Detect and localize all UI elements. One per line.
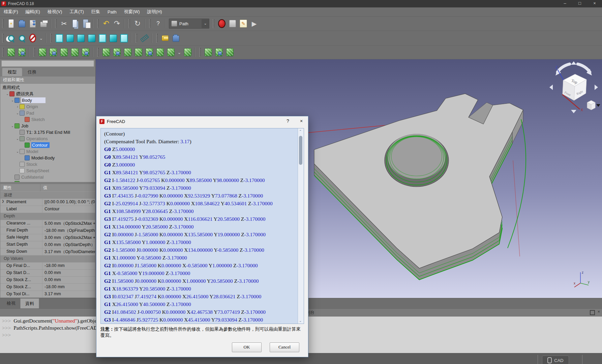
dialog-close-icon[interactable]: × <box>295 116 308 127</box>
save-file-icon[interactable] <box>28 19 37 28</box>
gcode-line[interactable]: G3 I7.434135 J-0.027990 K0.000000 X92.53… <box>104 193 296 201</box>
nav-right-arrow[interactable] <box>595 85 598 90</box>
print-icon[interactable] <box>39 19 48 28</box>
tree-item-Pad[interactable]: ⌄Pad <box>0 110 95 116</box>
toolbar-grip[interactable] <box>156 34 158 42</box>
macro-record-icon[interactable] <box>217 19 227 28</box>
expander-closed-icon[interactable]: › <box>16 105 20 109</box>
menu-視窗W[interactable]: 視窗(W) <box>120 8 144 16</box>
view-rear-icon[interactable] <box>98 33 107 43</box>
gcode-line[interactable]: G2 I-1.585000 J0.000000 K0.000000 X134.0… <box>104 247 296 255</box>
tree-item-CutMaterial[interactable]: CutMaterial <box>0 174 95 180</box>
menu-Path[interactable]: Path <box>104 8 120 16</box>
path-selection-op-icon[interactable] <box>225 48 235 57</box>
prop-row-Op-Final-D-[interactable]: Op Final D...-18.00 mm <box>0 262 95 269</box>
console-float-icon[interactable] <box>590 310 595 315</box>
path-export-template-icon[interactable] <box>70 48 80 57</box>
gcode-line[interactable]: G1 X89.584121 Y98.052765 Z-3.170000 <box>104 170 296 177</box>
navigation-style-button[interactable]: CAD <box>542 356 569 364</box>
gcode-line[interactable]: G2 I0.000000 J1.585000 K0.000000 X-0.585… <box>104 263 296 270</box>
copy-icon[interactable] <box>70 19 80 28</box>
gcode-line[interactable]: G2 I0.000000 J-1.585000 K0.000000 X135.5… <box>104 232 296 239</box>
nav-up-arrow[interactable] <box>571 61 576 65</box>
expander-open-icon[interactable]: ⌄ <box>10 124 14 128</box>
gcode-line[interactable]: G1 X18.963379 Y20.585000 Z-3.170000 <box>104 286 296 294</box>
prop-row-Start-Depth[interactable]: Start Depth0.00 mm（OpStartDepth） <box>0 241 95 248</box>
scrollbar-thumb[interactable] <box>299 136 302 165</box>
expand-icon[interactable]: ❯ <box>2 200 4 203</box>
toolbar-grip[interactable] <box>97 48 99 57</box>
nav-left-arrow[interactable] <box>549 85 553 90</box>
view-top-icon[interactable] <box>76 33 86 43</box>
path-face-mill-icon[interactable] <box>155 48 165 57</box>
toolbar-grip[interactable] <box>97 19 99 28</box>
path-pocket-icon[interactable] <box>134 48 143 57</box>
scroll-up-arrow[interactable]: ⌃ <box>299 129 302 133</box>
gcode-line[interactable]: G0 Z5.000000 <box>104 146 296 154</box>
navigation-cube[interactable]: Z X Top Front Right <box>547 59 600 116</box>
tree-item-selection[interactable]: selection <box>0 180 95 182</box>
view-bottom-icon[interactable] <box>109 33 118 43</box>
path-job-icon[interactable] <box>6 48 16 57</box>
gcode-line[interactable]: G3 I-4.486846 J5.927725 K0.000000 X45.41… <box>104 317 296 324</box>
tree-item-Sketch[interactable]: Sketch <box>0 116 95 123</box>
tree-item-Contour[interactable]: Contour <box>0 142 95 148</box>
chevron-down-icon[interactable]: ⌄ <box>202 19 209 28</box>
path-tool-manager-icon[interactable] <box>59 48 69 57</box>
path-contour-icon[interactable] <box>101 48 111 57</box>
path-clipboard-icon[interactable] <box>81 48 90 57</box>
close-button[interactable]: × <box>587 0 602 7</box>
path-simulate-icon[interactable] <box>214 48 224 57</box>
tree-item-鑽頭夾具[interactable]: ⌄鑽頭夾具 <box>0 91 95 97</box>
tree-item-Body[interactable]: ⌄Body <box>0 97 95 103</box>
gcode-line[interactable]: G1 X89.585000 Y79.033094 Z-3.170000 <box>104 185 296 193</box>
paste-icon[interactable] <box>81 19 90 28</box>
toolbar-grip[interactable] <box>149 19 151 28</box>
prop-row-Step-Down[interactable]: Step Down3.17 mm（OpToolDiameter） <box>0 248 95 255</box>
maximize-button[interactable]: □ <box>572 0 587 7</box>
macro-play-icon[interactable]: ▶ <box>249 19 259 28</box>
dialog-title-bar[interactable]: F FreeCAD ? × <box>96 116 308 127</box>
console-close-icon[interactable]: × <box>598 309 600 315</box>
tree-item-Stock[interactable]: Stock <box>0 161 95 168</box>
redo-icon[interactable]: ↷ <box>112 19 122 28</box>
cut-icon[interactable]: ✂ <box>59 19 69 28</box>
expander-open-icon[interactable]: ⌄ <box>16 111 20 115</box>
dialog-help-button[interactable]: ? <box>281 116 295 127</box>
dropdown-chevron-icon[interactable]: ⌄ <box>39 33 43 43</box>
undo-icon[interactable]: ↶ <box>101 19 111 28</box>
prop-row-Label[interactable]: LabelContour <box>0 206 95 213</box>
prop-row-Op-Stock-Z-[interactable]: Op Stock Z...0.00 mm <box>0 276 95 283</box>
whats-this-icon[interactable]: ? <box>153 19 163 28</box>
path-inspect-gcode-icon[interactable] <box>38 48 47 57</box>
toolbar-grip[interactable] <box>55 19 57 28</box>
view-left-icon[interactable] <box>119 33 129 43</box>
tree-item-Job[interactable]: ⌄Job <box>0 123 95 129</box>
tree-item-SetupSheet[interactable]: SetupSheet <box>0 168 95 174</box>
tab-模型[interactable]: 模型 <box>2 68 22 76</box>
zoom-selection-icon[interactable] <box>17 33 27 43</box>
prop-row-Final-Depth[interactable]: Final Depth-18.00 mm（OpFinalDepth） <box>0 227 95 234</box>
menu-巨集[interactable]: 巨集 <box>88 8 104 16</box>
gcode-line[interactable]: G0 X89.584121 Y98.052765 <box>104 154 296 162</box>
menu-說明H[interactable]: 說明(H) <box>144 8 166 16</box>
prop-row-Op-Start-D-[interactable]: Op Start D...0.00 mm <box>0 269 95 276</box>
clip-plane-icon[interactable] <box>28 33 37 43</box>
gcode-line[interactable]: G2 I1.585000 J0.000000 K0.000000 X1.0000… <box>104 278 296 286</box>
gcode-line[interactable]: G0 Z3.000000 <box>104 162 296 170</box>
minimize-button[interactable]: – <box>558 0 572 7</box>
scroll-down-arrow[interactable]: ⌄ <box>299 319 302 323</box>
path-profile-faces-icon[interactable] <box>112 48 122 57</box>
path-deburr-icon[interactable] <box>183 48 192 57</box>
path-post-process-icon[interactable] <box>17 48 27 57</box>
path-helix-icon[interactable] <box>204 48 213 57</box>
menu-檢視V[interactable]: 檢視(V) <box>44 8 66 16</box>
prop-row-Placement[interactable]: ❯Placement[(0.00 0.00 1.00); 0.00 °; (0.… <box>0 199 95 206</box>
gcode-line[interactable]: (Contour) <box>104 131 296 139</box>
gcode-line[interactable]: G3 I0.032347 J7.419274 K0.000000 X26.415… <box>104 294 296 301</box>
gcode-line[interactable]: G2 I-1.584122 J-0.052765 K0.000000 X89.5… <box>104 177 296 185</box>
tree-item-Model-Body[interactable]: Model-Body <box>0 155 95 161</box>
toolbar-grip[interactable] <box>2 34 4 42</box>
cancel-button[interactable]: Cancel <box>270 342 299 352</box>
ok-button[interactable]: OK <box>232 342 262 352</box>
